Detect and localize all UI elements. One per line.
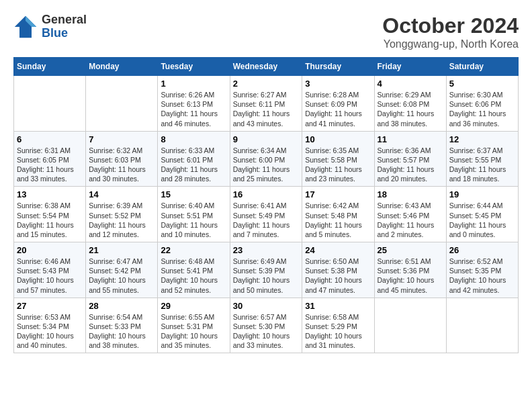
day-number: 8: [161, 134, 226, 144]
day-number: 30: [233, 301, 300, 311]
day-info: Sunrise: 6:43 AM Sunset: 5:46 PM Dayligh…: [378, 201, 443, 239]
logo-text: General Blue: [42, 13, 87, 40]
day-number: 11: [378, 134, 443, 144]
day-info: Sunrise: 6:37 AM Sunset: 5:55 PM Dayligh…: [449, 146, 515, 184]
weekday-header: Wednesday: [230, 58, 302, 76]
weekday-header: Saturday: [446, 58, 518, 76]
calendar-week-row: 27Sunrise: 6:53 AM Sunset: 5:34 PM Dayli…: [14, 298, 519, 353]
day-info: Sunrise: 6:38 AM Sunset: 5:54 PM Dayligh…: [17, 201, 83, 239]
day-number: 19: [449, 189, 515, 199]
calendar-week-row: 20Sunrise: 6:46 AM Sunset: 5:43 PM Dayli…: [14, 242, 519, 298]
day-number: 15: [161, 189, 226, 199]
calendar-cell: 14Sunrise: 6:39 AM Sunset: 5:52 PM Dayli…: [86, 187, 158, 242]
calendar-cell: 2Sunrise: 6:27 AM Sunset: 6:11 PM Daylig…: [230, 76, 302, 132]
weekday-header: Tuesday: [158, 58, 230, 76]
day-number: 7: [89, 134, 154, 144]
day-info: Sunrise: 6:32 AM Sunset: 6:03 PM Dayligh…: [89, 146, 154, 184]
day-info: Sunrise: 6:57 AM Sunset: 5:30 PM Dayligh…: [233, 312, 300, 351]
calendar: SundayMondayTuesdayWednesdayThursdayFrid…: [13, 57, 519, 353]
title-block: October 2024 Yonggwang-up, North Korea: [382, 13, 519, 50]
day-info: Sunrise: 6:40 AM Sunset: 5:51 PM Dayligh…: [161, 201, 226, 239]
day-number: 9: [233, 134, 300, 144]
calendar-cell: [86, 76, 158, 132]
day-number: 28: [89, 301, 154, 311]
day-number: 5: [449, 79, 515, 89]
calendar-cell: 15Sunrise: 6:40 AM Sunset: 5:51 PM Dayli…: [158, 187, 230, 242]
calendar-cell: 28Sunrise: 6:54 AM Sunset: 5:33 PM Dayli…: [86, 298, 158, 353]
day-info: Sunrise: 6:39 AM Sunset: 5:52 PM Dayligh…: [89, 201, 154, 239]
day-info: Sunrise: 6:58 AM Sunset: 5:29 PM Dayligh…: [305, 312, 371, 351]
calendar-cell: 16Sunrise: 6:41 AM Sunset: 5:49 PM Dayli…: [230, 187, 302, 242]
calendar-cell: 30Sunrise: 6:57 AM Sunset: 5:30 PM Dayli…: [230, 298, 302, 353]
calendar-cell: 4Sunrise: 6:29 AM Sunset: 6:08 PM Daylig…: [374, 76, 446, 132]
calendar-cell: 5Sunrise: 6:30 AM Sunset: 6:06 PM Daylig…: [446, 76, 518, 132]
day-number: 23: [233, 245, 300, 255]
day-info: Sunrise: 6:27 AM Sunset: 6:11 PM Dayligh…: [233, 90, 300, 128]
day-info: Sunrise: 6:47 AM Sunset: 5:42 PM Dayligh…: [89, 257, 154, 295]
day-info: Sunrise: 6:42 AM Sunset: 5:48 PM Dayligh…: [305, 201, 371, 239]
calendar-cell: 13Sunrise: 6:38 AM Sunset: 5:54 PM Dayli…: [14, 187, 86, 242]
weekday-header: Sunday: [14, 58, 86, 76]
weekday-header: Monday: [86, 58, 158, 76]
calendar-header-row: SundayMondayTuesdayWednesdayThursdayFrid…: [14, 58, 519, 76]
logo-icon: [13, 15, 38, 39]
day-number: 21: [89, 245, 154, 255]
day-number: 22: [161, 245, 226, 255]
calendar-week-row: 6Sunrise: 6:31 AM Sunset: 6:05 PM Daylig…: [14, 131, 519, 187]
day-number: 29: [161, 301, 226, 311]
day-info: Sunrise: 6:55 AM Sunset: 5:31 PM Dayligh…: [161, 312, 226, 351]
calendar-cell: [446, 298, 518, 353]
calendar-cell: 6Sunrise: 6:31 AM Sunset: 6:05 PM Daylig…: [14, 131, 86, 187]
calendar-cell: 22Sunrise: 6:48 AM Sunset: 5:41 PM Dayli…: [158, 242, 230, 298]
day-info: Sunrise: 6:33 AM Sunset: 6:01 PM Dayligh…: [161, 146, 226, 184]
day-info: Sunrise: 6:54 AM Sunset: 5:33 PM Dayligh…: [89, 312, 154, 351]
calendar-cell: 9Sunrise: 6:34 AM Sunset: 6:00 PM Daylig…: [230, 131, 302, 187]
day-number: 17: [305, 189, 371, 199]
calendar-cell: 17Sunrise: 6:42 AM Sunset: 5:48 PM Dayli…: [302, 187, 374, 242]
calendar-cell: 29Sunrise: 6:55 AM Sunset: 5:31 PM Dayli…: [158, 298, 230, 353]
weekday-header: Friday: [374, 58, 446, 76]
day-number: 14: [89, 189, 154, 199]
day-number: 31: [305, 301, 371, 311]
day-number: 16: [233, 189, 300, 199]
calendar-cell: 11Sunrise: 6:36 AM Sunset: 5:57 PM Dayli…: [374, 131, 446, 187]
day-info: Sunrise: 6:49 AM Sunset: 5:39 PM Dayligh…: [233, 257, 300, 295]
day-number: 13: [17, 189, 83, 199]
day-number: 2: [233, 79, 300, 89]
day-info: Sunrise: 6:30 AM Sunset: 6:06 PM Dayligh…: [449, 90, 515, 128]
calendar-cell: 12Sunrise: 6:37 AM Sunset: 5:55 PM Dayli…: [446, 131, 518, 187]
day-number: 3: [305, 79, 371, 89]
logo: General Blue: [13, 13, 87, 40]
calendar-cell: 27Sunrise: 6:53 AM Sunset: 5:34 PM Dayli…: [14, 298, 86, 353]
calendar-cell: 8Sunrise: 6:33 AM Sunset: 6:01 PM Daylig…: [158, 131, 230, 187]
day-number: 24: [305, 245, 371, 255]
day-number: 25: [378, 245, 443, 255]
day-info: Sunrise: 6:34 AM Sunset: 6:00 PM Dayligh…: [233, 146, 300, 184]
calendar-cell: 26Sunrise: 6:52 AM Sunset: 5:35 PM Dayli…: [446, 242, 518, 298]
day-info: Sunrise: 6:53 AM Sunset: 5:34 PM Dayligh…: [17, 312, 83, 351]
page-header: General Blue October 2024 Yonggwang-up, …: [13, 13, 519, 50]
weekday-header: Thursday: [302, 58, 374, 76]
calendar-cell: 19Sunrise: 6:44 AM Sunset: 5:45 PM Dayli…: [446, 187, 518, 242]
day-info: Sunrise: 6:51 AM Sunset: 5:36 PM Dayligh…: [378, 257, 443, 295]
day-info: Sunrise: 6:28 AM Sunset: 6:09 PM Dayligh…: [305, 90, 371, 128]
calendar-cell: 24Sunrise: 6:50 AM Sunset: 5:38 PM Dayli…: [302, 242, 374, 298]
day-info: Sunrise: 6:46 AM Sunset: 5:43 PM Dayligh…: [17, 257, 83, 295]
calendar-cell: [14, 76, 86, 132]
calendar-week-row: 1Sunrise: 6:26 AM Sunset: 6:13 PM Daylig…: [14, 76, 519, 132]
day-number: 1: [161, 79, 226, 89]
logo-blue: Blue: [42, 26, 68, 40]
day-info: Sunrise: 6:36 AM Sunset: 5:57 PM Dayligh…: [378, 146, 443, 184]
day-number: 20: [17, 245, 83, 255]
day-info: Sunrise: 6:48 AM Sunset: 5:41 PM Dayligh…: [161, 257, 226, 295]
day-info: Sunrise: 6:35 AM Sunset: 5:58 PM Dayligh…: [305, 146, 371, 184]
day-info: Sunrise: 6:41 AM Sunset: 5:49 PM Dayligh…: [233, 201, 300, 239]
calendar-cell: 25Sunrise: 6:51 AM Sunset: 5:36 PM Dayli…: [374, 242, 446, 298]
calendar-cell: 31Sunrise: 6:58 AM Sunset: 5:29 PM Dayli…: [302, 298, 374, 353]
day-number: 12: [449, 134, 515, 144]
day-number: 18: [378, 189, 443, 199]
calendar-cell: 21Sunrise: 6:47 AM Sunset: 5:42 PM Dayli…: [86, 242, 158, 298]
day-info: Sunrise: 6:26 AM Sunset: 6:13 PM Dayligh…: [161, 90, 226, 128]
calendar-cell: 20Sunrise: 6:46 AM Sunset: 5:43 PM Dayli…: [14, 242, 86, 298]
location: Yonggwang-up, North Korea: [382, 38, 519, 50]
